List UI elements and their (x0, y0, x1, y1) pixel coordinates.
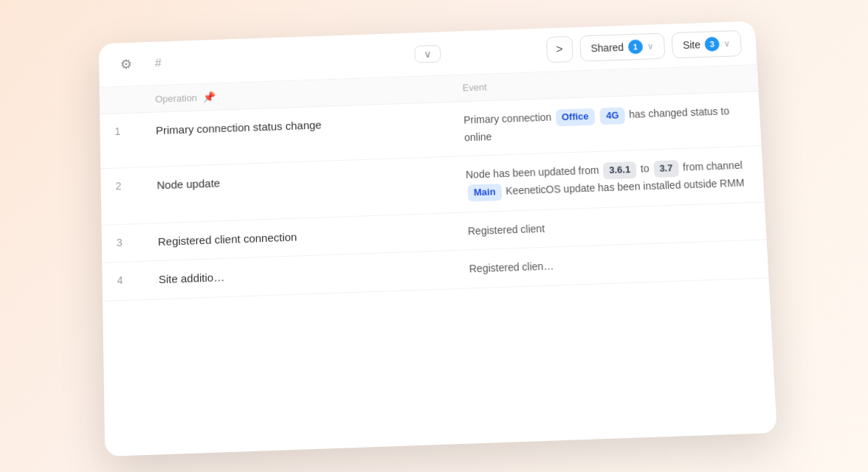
shared-badge: 1 (628, 39, 644, 54)
event-text: Primary connection (464, 111, 554, 126)
event-text-8: Registered clien… (469, 260, 554, 275)
toolbar-left: ⚙ # (114, 51, 170, 77)
row-operation-2: Node update (145, 167, 454, 195)
office-tag: Office (556, 108, 595, 126)
site-filter-button[interactable]: Site 3 ∨ (671, 30, 742, 58)
event-text-6: KeeneticOS update has been installed out… (506, 177, 745, 197)
row-number-3: 3 (102, 234, 146, 249)
row-event-1: Primary connection Office 4G has changed… (452, 102, 761, 146)
event-text-3: Node has been updated from (466, 164, 602, 181)
row-number-1: 1 (100, 123, 144, 138)
pin-icon: 📌 (203, 91, 216, 103)
event-text-4: to (641, 162, 652, 174)
hash-icon: # (155, 57, 162, 70)
main-channel-tag: Main (467, 184, 501, 201)
version-to-tag: 3.7 (653, 160, 679, 178)
row-number-4: 4 (103, 272, 147, 287)
number-column-header (100, 86, 144, 114)
hash-button[interactable]: # (147, 52, 169, 74)
row-event-2: Node has been updated from 3.6.1 to 3.7 … (454, 156, 764, 202)
toolbar-right: > Shared 1 ∨ Site 3 ∨ (545, 30, 742, 63)
row-event-4: Registered clien… (457, 251, 768, 278)
event-text-7: Registered client (467, 223, 545, 237)
shared-label: Shared (590, 41, 624, 54)
row-operation-4: Site additio… (147, 261, 458, 288)
gear-icon: ⚙ (120, 56, 132, 72)
chevron-right-icon: > (556, 43, 563, 56)
event-text-5: from channel (683, 159, 743, 173)
operation-label: Operation (155, 92, 197, 105)
main-card: ⚙ # ∨ > Shared 1 ∨ Site 3 ∨ (99, 21, 777, 457)
site-badge: 3 (704, 37, 720, 52)
row-number-2: 2 (101, 178, 145, 192)
collapse-button[interactable]: ∨ (414, 45, 441, 63)
site-chevron-icon: ∨ (723, 38, 731, 49)
shared-filter-button[interactable]: Shared 1 ∨ (579, 33, 665, 62)
chevron-down-icon: ∨ (424, 48, 431, 60)
site-label: Site (683, 39, 701, 51)
table-body: 1 Primary connection status change Prima… (100, 91, 768, 301)
event-label: Event (462, 82, 486, 94)
row-event-3: Registered client (455, 212, 765, 240)
shared-chevron-icon: ∨ (647, 41, 654, 52)
version-from-tag: 3.6.1 (603, 162, 637, 179)
4g-tag: 4G (600, 107, 625, 125)
row-operation-3: Registered client connection (146, 223, 456, 251)
forward-button[interactable]: > (545, 36, 573, 63)
gear-button[interactable]: ⚙ (114, 52, 139, 77)
row-operation-1: Primary connection status change (144, 113, 452, 140)
